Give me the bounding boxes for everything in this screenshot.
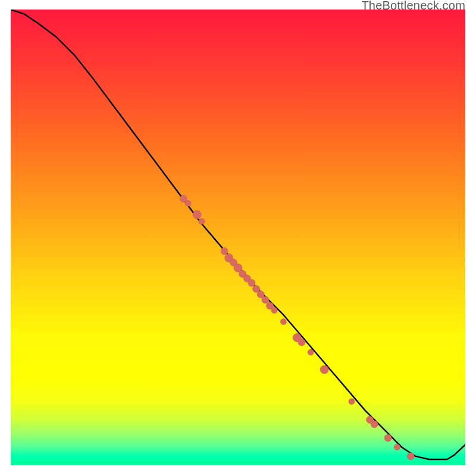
data-point <box>193 211 201 219</box>
scatter-points <box>180 195 414 460</box>
plot-svg <box>11 10 465 465</box>
data-point <box>199 218 205 224</box>
data-point <box>407 453 414 460</box>
bottleneck-curve <box>11 10 465 459</box>
data-point <box>185 201 191 206</box>
data-point <box>371 421 378 428</box>
data-point <box>320 365 328 374</box>
data-point <box>298 339 305 346</box>
data-point <box>384 434 392 441</box>
data-point <box>248 280 255 287</box>
data-point <box>394 444 400 450</box>
data-point <box>349 399 355 405</box>
data-point <box>221 248 228 255</box>
data-point <box>262 296 269 303</box>
data-point <box>308 349 314 355</box>
chart-stage: TheBottleneck.com <box>0 0 476 476</box>
data-point <box>271 308 277 314</box>
data-point <box>280 319 286 325</box>
